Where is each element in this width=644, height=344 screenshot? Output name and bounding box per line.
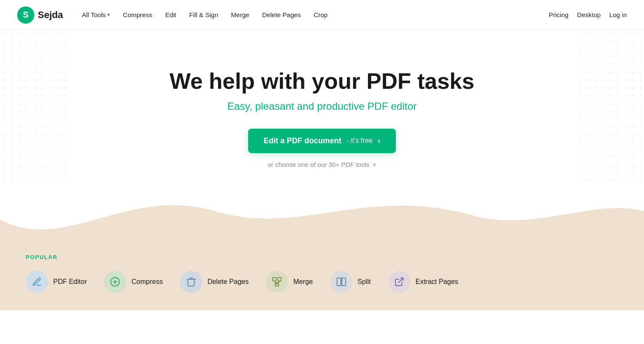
delete-pages-label: Delete Pages bbox=[207, 278, 249, 286]
extract-pages-icon bbox=[388, 271, 410, 293]
nav-edit[interactable]: Edit bbox=[160, 8, 182, 22]
tool-extract-pages[interactable]: Extract Pages bbox=[388, 271, 459, 293]
svg-rect-8 bbox=[337, 278, 341, 286]
edit-pdf-cta-button[interactable]: Edit a PDF document - it's free › bbox=[248, 129, 396, 153]
svg-rect-4 bbox=[278, 278, 281, 281]
tool-pdf-editor[interactable]: PDF Editor bbox=[26, 271, 87, 293]
hero-subheadline: Easy, pleasant and productive PDF editor bbox=[17, 100, 627, 112]
chevron-down-icon: ▾ bbox=[107, 12, 110, 18]
nav-desktop[interactable]: Desktop bbox=[577, 11, 601, 18]
compress-label: Compress bbox=[131, 278, 163, 286]
tools-dropdown-trigger[interactable]: or choose one of our 30+ PDF tools ∨ bbox=[17, 161, 627, 168]
compress-icon bbox=[104, 271, 126, 293]
navbar: S Sejda All Tools ▾ Compress Edit Fill &… bbox=[0, 0, 644, 30]
nav-merge[interactable]: Merge bbox=[226, 8, 255, 22]
cta-sub-text: - it's free bbox=[346, 137, 373, 145]
nav-compress[interactable]: Compress bbox=[118, 8, 157, 22]
logo[interactable]: S Sejda bbox=[17, 6, 63, 24]
delete-pages-icon bbox=[180, 271, 202, 293]
tool-split[interactable]: Split bbox=[330, 271, 371, 293]
tool-merge[interactable]: Merge bbox=[266, 271, 313, 293]
tools-row: PDF Editor Compress Delete Pages bbox=[26, 271, 618, 293]
hero-headline: We help with your PDF tasks bbox=[17, 69, 627, 94]
cta-tools-text: or choose one of our 30+ PDF tools bbox=[267, 161, 369, 168]
split-icon bbox=[330, 271, 352, 293]
svg-rect-3 bbox=[273, 278, 276, 281]
tool-compress[interactable]: Compress bbox=[104, 271, 163, 293]
pdf-editor-label: PDF Editor bbox=[53, 278, 87, 286]
extract-pages-label: Extract Pages bbox=[416, 278, 459, 286]
popular-section: POPULAR PDF Editor Compress bbox=[0, 254, 644, 310]
nav-crop[interactable]: Crop bbox=[309, 8, 333, 22]
svg-line-10 bbox=[398, 278, 403, 283]
merge-icon bbox=[266, 271, 288, 293]
merge-label: Merge bbox=[293, 278, 313, 286]
nav-delete-pages[interactable]: Delete Pages bbox=[257, 8, 306, 22]
arrow-right-icon: › bbox=[378, 136, 380, 145]
pdf-editor-icon bbox=[26, 271, 48, 293]
nav-all-tools[interactable]: All Tools ▾ bbox=[77, 8, 115, 22]
wave-decoration bbox=[0, 185, 644, 254]
nav-right: Pricing Desktop Log in bbox=[549, 11, 627, 18]
nav-fill-sign[interactable]: Fill & Sign bbox=[184, 8, 224, 22]
popular-label: POPULAR bbox=[26, 254, 618, 260]
cta-main-text: Edit a PDF document bbox=[264, 136, 341, 145]
nav-links: All Tools ▾ Compress Edit Fill & Sign Me… bbox=[77, 8, 549, 22]
tool-delete-pages[interactable]: Delete Pages bbox=[180, 271, 249, 293]
svg-rect-9 bbox=[342, 278, 346, 286]
nav-pricing[interactable]: Pricing bbox=[549, 11, 568, 18]
chevron-down-icon: ∨ bbox=[372, 161, 377, 168]
split-label: Split bbox=[358, 278, 371, 286]
logo-icon: S bbox=[17, 6, 34, 24]
logo-name: Sejda bbox=[38, 9, 63, 21]
nav-login[interactable]: Log in bbox=[609, 11, 627, 18]
wave-section: POPULAR PDF Editor Compress bbox=[0, 185, 644, 310]
